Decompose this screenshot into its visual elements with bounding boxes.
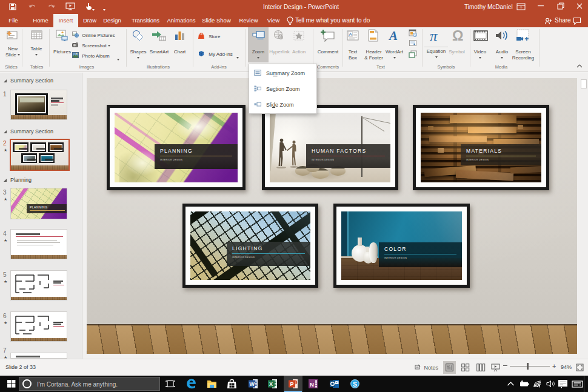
svg-text:N: N	[310, 381, 314, 388]
svg-text:Ω: Ω	[452, 28, 463, 43]
svg-text:π: π	[430, 28, 438, 43]
svg-text:A: A	[349, 32, 352, 37]
svg-text:X: X	[269, 381, 273, 387]
svg-text:S: S	[353, 380, 357, 388]
svg-text:W: W	[250, 381, 255, 387]
svg-text:A: A	[388, 29, 398, 42]
svg-text:P: P	[290, 381, 294, 387]
